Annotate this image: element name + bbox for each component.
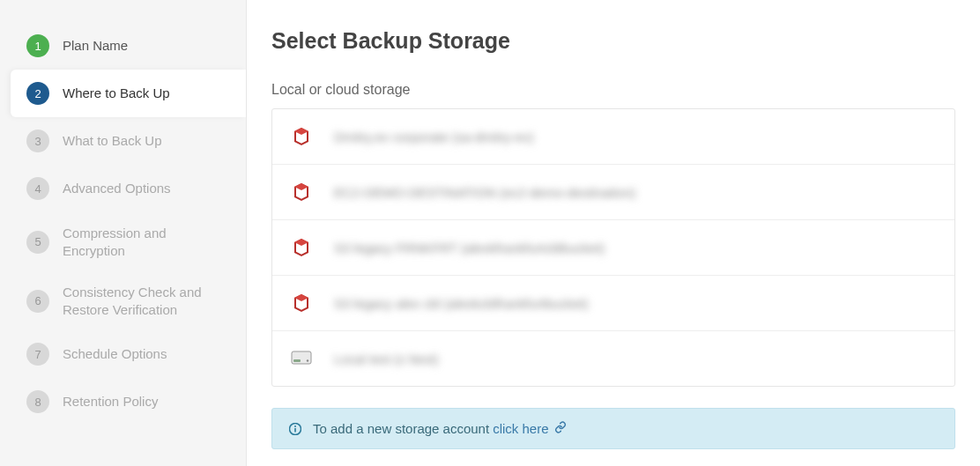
step-number: 8 [26,390,49,413]
storage-list: Dmitry.ev corporate (sa-dmitry-ev) EC2-D… [271,108,955,387]
local-disk-icon [290,347,313,370]
link-icon [554,421,567,436]
step-consistency-check[interactable]: 6 Consistency Check and Restore Verifica… [0,271,246,330]
step-number: 7 [26,343,49,366]
storage-item[interactable]: EC2-DEMO-DESTINATION (ec2-demo-destinati… [272,165,954,220]
step-number: 6 [26,290,49,313]
storage-label: Dmitry.ev corporate (sa-dmitry-ev) [334,129,533,144]
s3-bucket-icon [290,292,313,314]
step-plan-name[interactable]: 1 Plan Name [0,22,246,70]
svg-point-2 [307,359,308,361]
s3-bucket-icon [290,125,313,148]
step-label: Schedule Options [63,345,167,363]
info-icon [288,422,302,436]
svg-point-5 [294,425,296,427]
svg-rect-1 [293,359,301,362]
step-what-to-back-up[interactable]: 3 What to Back Up [0,117,246,165]
step-where-to-back-up[interactable]: 2 Where to Back Up [11,70,246,117]
step-label: What to Back Up [63,132,162,150]
step-retention-policy[interactable]: 8 Retention Policy [0,378,246,425]
s3-bucket-icon [290,236,313,259]
step-schedule-options[interactable]: 7 Schedule Options [0,330,246,378]
step-number: 3 [26,129,49,152]
storage-label: S3 legacy FRNKFRT (alexkfrankfurtcblbuck… [334,240,605,255]
step-label: Advanced Options [63,180,171,197]
svg-rect-4 [294,428,296,433]
step-label: Where to Back Up [63,85,170,102]
storage-item[interactable]: S3 legacy FRNKFRT (alexkfrankfurtcblbuck… [272,220,954,276]
add-storage-link[interactable]: click here [493,421,548,436]
wizard-sidebar: 1 Plan Name 2 Where to Back Up 3 What to… [0,0,247,466]
info-banner: To add a new storage account click here [271,408,955,449]
step-label: Consistency Check and Restore Verificati… [63,284,230,318]
storage-label: Local test (c:\test) [334,351,438,366]
storage-item[interactable]: S3 legacy alex cbl (alexkcblfrankfurtbuc… [272,276,954,331]
step-advanced-options[interactable]: 4 Advanced Options [0,165,246,212]
step-compression-encryption[interactable]: 5 Compression and Encryption [0,212,246,271]
storage-label: EC2-DEMO-DESTINATION (ec2-demo-destinati… [334,185,635,200]
main-content: Select Backup Storage Local or cloud sto… [247,0,980,466]
section-label: Local or cloud storage [271,82,955,98]
storage-item[interactable]: Local test (c:\test) [272,331,954,386]
storage-item[interactable]: Dmitry.ev corporate (sa-dmitry-ev) [272,109,954,165]
step-label: Plan Name [63,37,128,55]
step-number: 2 [26,82,49,105]
step-label: Retention Policy [63,393,158,411]
step-label: Compression and Encryption [63,225,230,259]
info-text: To add a new storage account [313,421,489,436]
storage-label: S3 legacy alex cbl (alexkcblfrankfurtbuc… [334,296,588,311]
step-number: 1 [26,34,49,57]
step-number: 5 [26,231,49,254]
page-title: Select Backup Storage [271,28,955,54]
step-number: 4 [26,177,49,200]
s3-bucket-icon [290,181,313,203]
